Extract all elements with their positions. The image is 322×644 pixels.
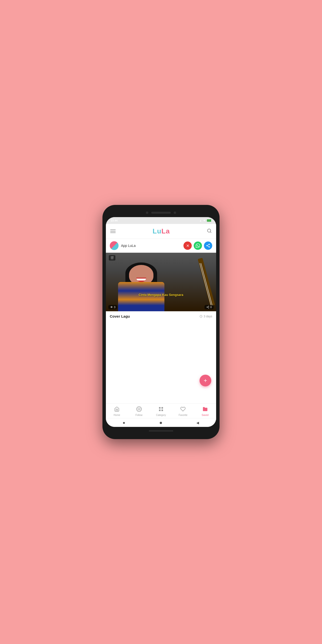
status-icons: ▲ ▼ [199,219,211,222]
signal-icon: ▲ [199,219,202,222]
android-nav-bar: ■ ⏺ ◀ [106,418,216,427]
close-button[interactable]: ✕ [184,242,192,250]
wifi-icon: ▼ [203,219,206,222]
fab-button[interactable]: + [200,375,211,386]
svg-point-8 [206,307,207,308]
search-button[interactable] [207,228,212,234]
favorite-icon [180,406,186,413]
status-bar: 23:44 ▲ ▼ [106,217,216,224]
chin-bar [149,430,173,431]
nav-label-category: Category [156,414,166,416]
phone-device: 23:44 ▲ ▼ LuLa [102,205,220,439]
share-count: 0 [210,306,212,308]
status-time: 23:44 [111,219,118,222]
app-logo: LuLa [153,227,170,235]
svg-line-10 [207,307,208,308]
view-count-badge: 👁 3 [108,305,117,309]
svg-point-3 [206,245,208,246]
channel-avatar [110,241,118,250]
nav-item-saved[interactable]: Saved [198,406,212,416]
bottom-nav: Home Follow Category [106,404,216,418]
video-title: Cover Lagu [110,314,130,318]
channel-name: App LuLa [121,244,181,248]
video-camera-icon: 🎬 [109,255,116,260]
nav-item-home[interactable]: Home [110,406,124,416]
hamburger-button[interactable] [110,230,116,233]
video-time-text: 3 days [204,315,212,318]
share-button[interactable] [204,242,212,250]
logo-la: La [162,227,170,235]
category-icon [158,406,164,413]
main-area: 🎬 Cinta Mengapa Kau Sengsara 👁 3 0 [106,253,216,404]
front-camera-right [174,212,176,214]
svg-rect-18 [159,410,160,411]
front-camera-left [146,212,148,214]
android-back-button[interactable]: ◀ [196,421,199,425]
svg-line-6 [207,245,208,246]
earpiece [151,212,171,214]
saved-icon [202,406,208,413]
follow-icon [136,406,142,413]
logo-lu: Lu [153,227,162,235]
eye-icon: 👁 [110,306,113,308]
svg-rect-16 [159,407,160,408]
view-count: 3 [114,306,116,308]
video-background [106,253,216,311]
battery-icon [207,219,211,222]
svg-line-1 [210,232,211,232]
video-info: Cover Lagu 3 days [106,311,216,321]
svg-point-13 [138,408,140,410]
svg-point-7 [208,306,209,307]
home-icon [114,406,120,413]
whatsapp-button[interactable] [194,242,202,250]
phone-chin [106,428,216,433]
phone-notch [106,209,216,216]
svg-rect-17 [162,407,163,408]
svg-point-9 [208,308,209,308]
nav-label-home: Home [114,414,120,416]
svg-point-2 [208,244,210,245]
nav-item-category[interactable]: Category [154,406,168,416]
channel-actions: ✕ [184,242,212,250]
nav-label-favorite: Favorite [178,414,187,416]
nav-label-saved: Saved [202,414,208,416]
svg-rect-19 [162,410,163,411]
android-home-button[interactable]: ⏺ [159,421,162,425]
nav-item-follow[interactable]: Follow [132,406,146,416]
app-content: LuLa App LuLa ✕ [106,224,216,427]
video-stats: 👁 3 0 [106,305,216,309]
video-time: 3 days [200,315,212,318]
share-count-badge: 0 [204,305,214,309]
svg-line-11 [207,306,208,307]
android-recents-button[interactable]: ■ [123,421,125,425]
phone-screen: 23:44 ▲ ▼ LuLa [106,217,216,427]
channel-bar: App LuLa ✕ [106,239,216,253]
nav-label-follow: Follow [136,414,142,416]
video-player[interactable]: 🎬 Cinta Mengapa Kau Sengsara 👁 3 0 [106,253,216,311]
app-header: LuLa [106,224,216,239]
video-title-overlay: Cinta Mengapa Kau Sengsara [139,293,184,297]
content-spacer [106,321,216,404]
svg-point-4 [208,246,210,248]
svg-point-14 [137,408,140,411]
nav-item-favorite[interactable]: Favorite [176,406,190,416]
svg-line-5 [207,246,208,246]
